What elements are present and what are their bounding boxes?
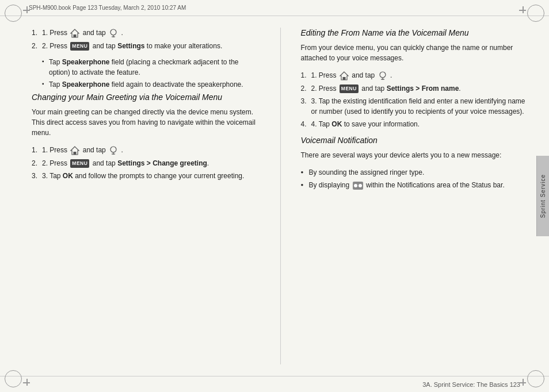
crosshair-bl (23, 379, 30, 386)
home-icon-3 (339, 71, 349, 81)
svg-point-1 (110, 29, 116, 35)
section2-body: Your main greeting can be changed direct… (32, 107, 260, 138)
r-section2-heading: Voicemail Notification (301, 135, 529, 145)
bullet-list-1: Tap Speakerphone field (placing a checkm… (42, 57, 260, 90)
col-divider (280, 28, 281, 364)
r-step4-text: 4. Tap OK to save your information. (311, 120, 420, 128)
s2-step-num-2: 2. (32, 158, 37, 168)
svg-point-9 (380, 72, 386, 78)
content-area: 1. 1. Press and tap (29, 16, 535, 376)
svg-rect-15 (354, 187, 362, 189)
top-bar-text: SPH-M900.book Page 123 Tuesday, March 2,… (29, 5, 186, 11)
section2-heading: Changing your Main Greeting via the Voic… (32, 92, 260, 102)
step1-text: 1. Press and tap (42, 29, 123, 37)
r-step3-text: 3. Tap the existing identification field… (311, 97, 525, 116)
s2-step-2: 2. 2. Press MENU and tap Settings > Chan… (32, 158, 260, 168)
crosshair-tr (519, 6, 526, 13)
tap-icon-3 (378, 71, 388, 81)
page-container: SPH-M900.book Page 123 Tuesday, March 2,… (0, 0, 549, 392)
s2-step1-text: 1. Press and tap (42, 146, 123, 154)
s2-step-1: 1. 1. Press and tap (32, 145, 260, 156)
step-list-1: 1. 1. Press and tap (32, 28, 260, 51)
r-step-3: 3. 3. Tap the existing identification fi… (301, 96, 529, 117)
crosshair-br (519, 379, 526, 386)
corner-bl (5, 367, 25, 387)
notif-bullet-2: By displaying within the Notifications a… (301, 180, 529, 191)
svg-rect-4 (74, 152, 77, 155)
step-num-2: 2. (32, 41, 37, 51)
home-icon-2 (70, 145, 80, 156)
r-step2-text: 2. Press MENU and tap Settings > From na… (311, 84, 461, 93)
s2-step2-text: 2. Press MENU and tap Settings > Change … (42, 159, 209, 167)
home-icon-1 (70, 28, 80, 39)
bottom-bar: 3A. Sprint Service: The Basics 123 (0, 376, 549, 392)
corner-tl (5, 5, 25, 25)
r-step-num-1: 1. (301, 70, 307, 80)
svg-point-5 (110, 147, 116, 152)
corner-circle-tl (5, 5, 22, 22)
corner-circle-bl (5, 370, 22, 387)
s2-step-3: 3. 3. Tap OK and follow the prompts to c… (32, 171, 260, 181)
r-section2-body: There are several ways your device alert… (301, 150, 529, 160)
top-bar: SPH-M900.book Page 123 Tuesday, March 2,… (0, 0, 549, 16)
r-step1-text: 1. Press and tap (311, 71, 392, 79)
r-step-num-4: 4. (301, 119, 307, 129)
svg-point-14 (359, 184, 362, 187)
step-num-1: 1. (32, 28, 37, 38)
step-1: 1. 1. Press and tap (32, 28, 260, 39)
r-step-list-1: 1. 1. Press and tap (301, 70, 529, 129)
svg-rect-8 (342, 77, 345, 80)
svg-rect-0 (74, 34, 77, 37)
s2-step-num-3: 3. (32, 171, 37, 181)
notification-list: By sounding the assigned ringer type. By… (301, 167, 529, 191)
menu-icon-1: MENU (70, 42, 89, 51)
step-list-2: 1. 1. Press and tap (32, 145, 260, 181)
r-step-num-2: 2. (301, 83, 307, 94)
menu-icon-2: MENU (70, 159, 89, 168)
s2-step-num-1: 1. (32, 145, 37, 155)
crosshair-tl (23, 6, 30, 13)
bullet-1: Tap Speakerphone field (placing a checkm… (42, 57, 260, 78)
tap-icon-1 (108, 28, 119, 39)
sidebar-label: Sprint Service (540, 174, 546, 218)
menu-icon-3: MENU (340, 84, 359, 93)
r-step-1: 1. 1. Press and tap (301, 70, 529, 81)
step2-text: 2. Press MENU and tap Settings to make y… (42, 42, 222, 50)
voicemail-notif-icon (352, 180, 364, 191)
r-section1-heading: Editing the From Name via the Voicemail … (301, 28, 529, 38)
r-step-4: 4. 4. Tap OK to save your information. (301, 119, 529, 129)
step-2: 2. 2. Press MENU and tap Settings to mak… (32, 41, 260, 51)
sidebar-tab: Sprint Service (536, 156, 549, 236)
s2-step3-text: 3. Tap OK and follow the prompts to chan… (42, 172, 244, 180)
bullet-2: Tap Speakerphone field again to deactiva… (42, 79, 260, 90)
bottom-bar-text: 3A. Sprint Service: The Basics 123 (422, 381, 520, 388)
svg-point-13 (354, 184, 357, 187)
right-column: Editing the From Name via the Voicemail … (295, 28, 529, 364)
left-column: 1. 1. Press and tap (32, 28, 266, 364)
notif-bullet-1: By sounding the assigned ringer type. (301, 167, 529, 178)
tap-icon-2 (108, 145, 119, 156)
r-step-2: 2. 2. Press MENU and tap Settings > From… (301, 83, 529, 94)
r-section1-body: From your device menu, you can quickly c… (301, 43, 529, 63)
r-step-num-3: 3. (301, 96, 307, 106)
